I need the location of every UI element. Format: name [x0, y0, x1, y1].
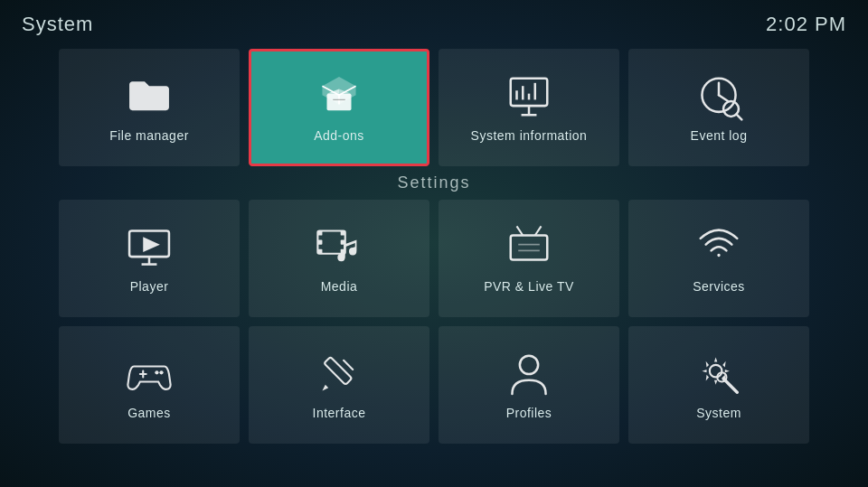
- tile-media-label: Media: [321, 279, 358, 294]
- tile-profiles[interactable]: Profiles: [439, 326, 619, 444]
- tile-add-ons[interactable]: Add-ons: [249, 49, 429, 166]
- page-title: System: [22, 13, 93, 36]
- clock: 2:02 PM: [766, 13, 846, 36]
- tile-games[interactable]: Games: [59, 326, 240, 444]
- tile-profiles-label: Profiles: [506, 406, 552, 420]
- services-icon: [694, 223, 743, 272]
- svg-rect-25: [511, 236, 548, 260]
- tile-system[interactable]: System: [628, 326, 809, 444]
- svg-rect-19: [317, 230, 322, 235]
- tile-interface-label: Interface: [313, 406, 366, 420]
- tile-system-information-label: System information: [471, 128, 588, 143]
- svg-point-37: [710, 365, 722, 378]
- event-log-icon: [694, 72, 743, 121]
- svg-rect-0: [327, 94, 352, 111]
- tile-event-log-label: Event log: [691, 128, 748, 143]
- tile-file-manager-label: File manager: [109, 128, 189, 143]
- tile-media[interactable]: Media: [249, 200, 429, 317]
- settings-section-label: Settings: [0, 173, 868, 192]
- tile-system-label: System: [696, 406, 741, 420]
- tile-services[interactable]: Services: [628, 200, 809, 317]
- svg-line-26: [517, 226, 524, 235]
- tile-player-label: Player: [130, 279, 169, 294]
- tile-player[interactable]: Player: [59, 200, 240, 317]
- svg-marker-15: [143, 237, 160, 252]
- top-tiles-row: File manager Add-ons: [0, 42, 868, 170]
- tile-system-information[interactable]: System information: [439, 49, 619, 166]
- tile-services-label: Services: [693, 279, 745, 294]
- tile-pvr-label: PVR & Live TV: [484, 279, 574, 294]
- system-icon: [694, 350, 743, 398]
- svg-rect-34: [324, 357, 352, 385]
- svg-line-27: [535, 226, 542, 235]
- games-icon: [125, 350, 174, 398]
- svg-rect-23: [341, 240, 345, 245]
- settings-row-1: Player Media PVR &: [0, 200, 868, 317]
- header: System 2:02 PM: [0, 0, 868, 42]
- addons-icon: [315, 72, 363, 121]
- profiles-icon: [505, 350, 553, 398]
- tile-games-label: Games: [127, 406, 171, 420]
- svg-rect-22: [341, 230, 345, 235]
- tile-event-log[interactable]: Event log: [628, 49, 809, 166]
- svg-point-33: [159, 370, 163, 374]
- tile-pvr-live-tv[interactable]: PVR & Live TV: [439, 200, 619, 317]
- svg-point-32: [155, 370, 158, 374]
- svg-rect-21: [317, 249, 322, 254]
- svg-line-35: [344, 361, 353, 370]
- system-info-icon: [505, 72, 553, 121]
- svg-rect-20: [317, 240, 322, 245]
- tile-file-manager[interactable]: File manager: [59, 49, 240, 166]
- settings-row-2: Games Interface Profiles: [0, 326, 868, 444]
- tile-add-ons-label: Add-ons: [314, 128, 364, 143]
- tile-interface[interactable]: Interface: [249, 326, 429, 444]
- svg-line-13: [736, 114, 741, 119]
- folder-icon: [125, 72, 174, 121]
- svg-line-11: [719, 95, 728, 101]
- pvr-icon: [505, 223, 553, 272]
- media-icon: [315, 223, 363, 272]
- player-icon: [125, 223, 174, 272]
- svg-point-36: [520, 356, 538, 374]
- interface-icon: [315, 350, 363, 398]
